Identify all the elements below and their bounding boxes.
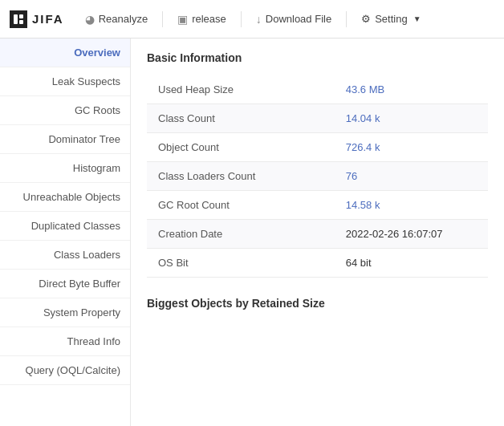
setting-button[interactable]: ⚙ Setting ▼ [353, 10, 429, 28]
toolbar-divider-1 [162, 11, 163, 27]
row-label: Used Heap Size [147, 75, 335, 104]
sidebar-item-overview[interactable]: Overview [0, 39, 130, 67]
biggest-objects-title: Biggest Objects by Retained Size [147, 297, 488, 310]
sidebar-item-thread-info[interactable]: Thread Info [0, 327, 130, 356]
download-button[interactable]: ↓ Download File [248, 10, 339, 29]
table-row: Used Heap Size43.6 MB [147, 75, 488, 104]
row-label: OS Bit [147, 249, 335, 278]
sidebar-item-duplicated-classes[interactable]: Duplicated Classes [0, 212, 130, 241]
chevron-down-icon: ▼ [413, 14, 421, 23]
sidebar-item-class-loaders[interactable]: Class Loaders [0, 241, 130, 270]
content-area: Basic Information Used Heap Size43.6 MBC… [131, 39, 504, 426]
sidebar-item-gc-roots[interactable]: GC Roots [0, 96, 130, 125]
release-label: release [192, 13, 226, 25]
sidebar-item-query[interactable]: Query (OQL/Calcite) [0, 356, 130, 385]
row-label: Creation Date [147, 220, 335, 249]
sidebar-item-histogram[interactable]: Histogram [0, 154, 130, 183]
logo-icon [10, 10, 27, 28]
svg-rect-2 [19, 20, 23, 24]
table-row: Class Loaders Count76 [147, 162, 488, 191]
row-value: 726.4 k [335, 133, 488, 162]
logo-area: JIFA [10, 10, 64, 28]
reanalyze-label: Reanalyze [99, 13, 148, 25]
sidebar: OverviewLeak SuspectsGC RootsDominator T… [0, 39, 131, 426]
table-row: OS Bit64 bit [147, 249, 488, 278]
toolbar-divider-2 [241, 11, 242, 27]
row-value: 76 [335, 162, 488, 191]
sidebar-item-direct-byte-buffer[interactable]: Direct Byte Buffer [0, 270, 130, 298]
toolbar: JIFA ◕ Reanalyze ▣ release ↓ Download Fi… [0, 0, 504, 39]
release-button[interactable]: ▣ release [169, 10, 234, 29]
toolbar-divider-3 [346, 11, 347, 27]
basic-info-table: Used Heap Size43.6 MBClass Count14.04 kO… [147, 75, 488, 278]
sidebar-item-unreachable-objects[interactable]: Unreachable Objects [0, 183, 130, 212]
table-row: Object Count726.4 k [147, 133, 488, 162]
row-value: 43.6 MB [335, 75, 488, 104]
reanalyze-icon: ◕ [85, 13, 95, 26]
download-label: Download File [266, 13, 331, 25]
table-row: Class Count14.04 k [147, 104, 488, 133]
row-value: 14.58 k [335, 191, 488, 220]
svg-rect-1 [19, 14, 23, 18]
basic-info-title: Basic Information [147, 51, 488, 64]
table-row: GC Root Count14.58 k [147, 191, 488, 220]
svg-rect-0 [14, 14, 18, 24]
row-label: Class Loaders Count [147, 162, 335, 191]
release-icon: ▣ [177, 13, 188, 26]
download-icon: ↓ [256, 13, 262, 26]
main-layout: OverviewLeak SuspectsGC RootsDominator T… [0, 39, 504, 426]
row-label: Object Count [147, 133, 335, 162]
row-value: 2022-02-26 16:07:07 [335, 220, 488, 249]
sidebar-item-dominator-tree[interactable]: Dominator Tree [0, 125, 130, 154]
row-value: 14.04 k [335, 104, 488, 133]
sidebar-item-system-property[interactable]: System Property [0, 298, 130, 327]
sidebar-item-leak-suspects[interactable]: Leak Suspects [0, 67, 130, 96]
setting-label: Setting [375, 13, 407, 25]
logo-label: JIFA [32, 12, 64, 26]
row-label: Class Count [147, 104, 335, 133]
setting-icon: ⚙ [361, 13, 371, 25]
table-row: Creation Date2022-02-26 16:07:07 [147, 220, 488, 249]
row-value: 64 bit [335, 249, 488, 278]
row-label: GC Root Count [147, 191, 335, 220]
reanalyze-button[interactable]: ◕ Reanalyze [77, 10, 156, 29]
